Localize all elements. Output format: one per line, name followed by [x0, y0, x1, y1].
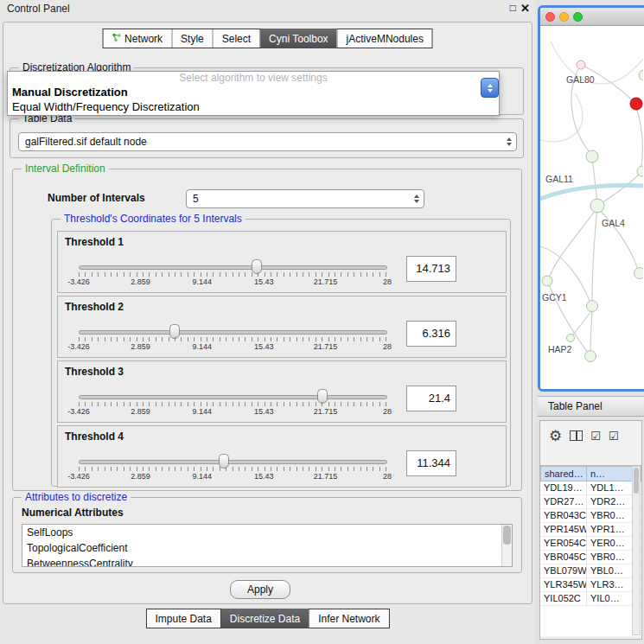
slider-ticks: [79, 272, 387, 277]
tab-discretize-data[interactable]: Discretize Data: [220, 609, 309, 628]
slider-tick-labels: -3.426 2.859 9.144 15.43 21.715 28: [79, 472, 387, 481]
table-cell[interactable]: YBL079W: [540, 564, 587, 577]
table-cell[interactable]: YLR345W: [540, 578, 587, 591]
table-row[interactable]: YER054CYER0…: [540, 537, 641, 551]
table-scrollbar[interactable]: [632, 466, 641, 635]
tick-label: -3.426: [67, 472, 90, 481]
tab-infer-network[interactable]: Infer Network: [309, 609, 388, 628]
table-cell[interactable]: YDL19…: [540, 481, 587, 494]
table-row[interactable]: YBR045CYBR0…: [540, 551, 641, 564]
table-cell[interactable]: YER054C: [540, 537, 587, 550]
tick-label: 2.859: [131, 407, 150, 416]
table-panel-header[interactable]: Table Panel: [538, 396, 644, 417]
network-node-selected[interactable]: [630, 98, 642, 110]
slider-track[interactable]: [79, 460, 387, 464]
list-item-betweennesscentrality[interactable]: BetweennessCentrality: [22, 556, 512, 567]
slider-track[interactable]: [79, 265, 387, 270]
tab-jactivemnodules[interactable]: jActiveMNodules: [337, 29, 432, 48]
dropdown-option-equal-width-frequency[interactable]: Equal Width/Frequency Discretization: [8, 99, 499, 114]
network-node-hap2[interactable]: [585, 351, 596, 362]
table-cell[interactable]: YBR043C: [540, 509, 587, 522]
columns-icon[interactable]: [570, 430, 583, 441]
tab-cyni-toolbox[interactable]: Cyni Toolbox: [259, 29, 336, 48]
traffic-light-close[interactable]: [545, 12, 555, 22]
network-node[interactable]: [634, 268, 644, 279]
slider-track[interactable]: [79, 395, 387, 399]
table-cell[interactable]: YDR27…: [540, 495, 587, 508]
tab-impute-data-label: Impute Data: [155, 613, 211, 625]
scrollbar-thumb[interactable]: [634, 468, 639, 494]
threshold-3-value-box[interactable]: 21.4: [406, 386, 456, 411]
table-row[interactable]: YIL052CYIL0…: [540, 592, 641, 606]
table-row[interactable]: YDL19…YDL1…: [540, 481, 641, 495]
network-canvas[interactable]: GAL80 GAL11 GAL4 GCY1 HAP2: [540, 26, 644, 389]
tick-label: 28: [383, 342, 392, 351]
table-row[interactable]: YBR043CYBR0…: [540, 509, 641, 523]
threshold-4-value-box[interactable]: 11.344: [406, 450, 456, 476]
network-node-gal4[interactable]: [590, 199, 604, 213]
number-of-intervals-stepper[interactable]: [410, 190, 424, 207]
network-node[interactable]: [586, 150, 598, 163]
table-cell[interactable]: YIL052C: [540, 592, 587, 605]
table-row[interactable]: YDR27…YDR2…: [540, 495, 641, 509]
gear-icon[interactable]: ⚙: [549, 429, 562, 443]
list-item-topologicalcoefficient[interactable]: TopologicalCoefficient: [22, 540, 512, 556]
node-label-hap2: HAP2: [548, 344, 572, 354]
numerical-attributes-label: Numerical Attributes: [22, 507, 124, 519]
slider-track[interactable]: [79, 330, 387, 335]
tick-label: 21.715: [314, 342, 338, 351]
float-window-icon[interactable]: □: [510, 2, 516, 14]
table-row[interactable]: YPR145WYPR1…: [540, 523, 641, 537]
threshold-1-value-box[interactable]: 14.713: [406, 256, 456, 282]
network-edge: [592, 157, 597, 202]
tab-infer-network-label: Infer Network: [318, 613, 379, 625]
table-data-combo-stepper[interactable]: [502, 133, 516, 150]
traffic-light-minimize[interactable]: [559, 12, 569, 22]
tick-label: 2.859: [131, 472, 150, 481]
control-panel-titlebar[interactable]: Control Panel □ ✕: [0, 0, 535, 17]
network-node[interactable]: [639, 70, 643, 80]
dropdown-option-manual-discretization[interactable]: Manual Discretization: [8, 85, 499, 99]
checkbox-icon[interactable]: ☑: [609, 430, 619, 442]
network-node[interactable]: [577, 61, 585, 69]
list-item-selfloops[interactable]: SelfLoops: [22, 525, 512, 540]
top-tab-bar: Network Style Select Cyni Toolbox jActiv…: [102, 29, 433, 48]
bottom-tab-bar: Impute Data Discretize Data Infer Networ…: [145, 609, 389, 628]
network-node[interactable]: [587, 301, 598, 312]
number-of-intervals-combo[interactable]: 5: [186, 189, 424, 208]
network-node-gcy1[interactable]: [542, 276, 552, 286]
table-cell[interactable]: YPR145W: [540, 523, 587, 536]
stepper-down-icon: [414, 200, 419, 203]
slider-ticks: [79, 467, 387, 471]
node-table: shared… n… YDL19…YDL1… YDR27…YDR2… YBR04…: [540, 465, 641, 636]
tick-label: 15.43: [254, 407, 274, 416]
apply-button[interactable]: Apply: [230, 580, 290, 599]
thresholds-group: Threshold's Coordinates for 5 Intervals …: [51, 219, 511, 487]
traffic-light-zoom[interactable]: [573, 12, 583, 22]
attributes-list-scrollbar[interactable]: [501, 525, 512, 566]
tab-style-label: Style: [181, 33, 204, 45]
close-icon[interactable]: ✕: [520, 2, 530, 15]
tab-select[interactable]: Select: [213, 29, 259, 48]
threshold-2-value-box[interactable]: 6.316: [406, 321, 456, 347]
tab-style[interactable]: Style: [171, 29, 213, 48]
tab-network[interactable]: Network: [103, 29, 171, 48]
node-label-gal80: GAL80: [566, 74, 595, 85]
network-graph: GAL80 GAL11 GAL4 GCY1 HAP2: [540, 26, 643, 388]
threshold-2-label: Threshold 2: [65, 301, 124, 313]
table-data-group: Table Data galFiltered.sif default node: [10, 118, 524, 158]
checkbox-icon[interactable]: ☑: [590, 430, 601, 442]
table-data-combo[interactable]: galFiltered.sif default node: [18, 132, 517, 151]
table-cell[interactable]: YBR045C: [540, 551, 587, 564]
scrollbar-thumb[interactable]: [503, 526, 511, 545]
algorithm-combo-stepper[interactable]: [481, 78, 499, 98]
network-node[interactable]: [567, 335, 575, 342]
network-edge: [590, 309, 592, 351]
network-node[interactable]: [637, 166, 643, 176]
network-window-titlebar[interactable]: [540, 8, 644, 26]
table-row[interactable]: YLR345WYLR3…: [540, 578, 641, 592]
slider-tick-labels: -3.426 2.859 9.144 15.43 21.715 28: [79, 342, 387, 352]
table-row[interactable]: YBL079WYBL0…: [540, 564, 641, 578]
tab-impute-data[interactable]: Impute Data: [146, 609, 220, 628]
column-header-shared-name[interactable]: shared…: [540, 466, 587, 481]
